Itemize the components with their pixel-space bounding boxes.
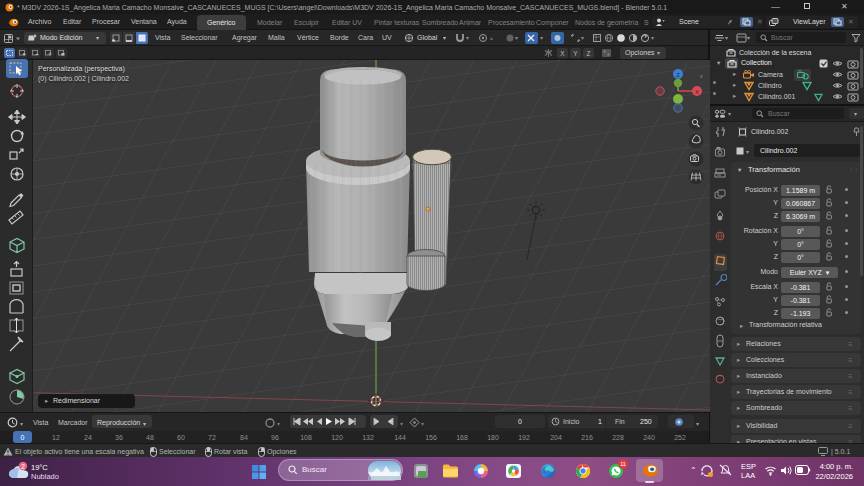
svg-text:X: X: [695, 89, 699, 95]
svg-text:11: 11: [620, 461, 626, 467]
svg-text:2: 2: [21, 463, 25, 470]
svg-text:Z: Z: [676, 72, 680, 78]
